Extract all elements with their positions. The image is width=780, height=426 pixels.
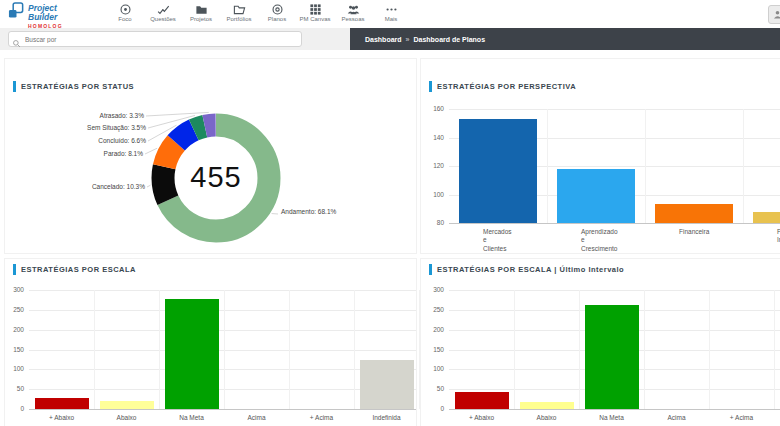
bar-chart-escala-ultimo: 050100150200250300+ AbaixoAbaixoNa MetaA… (421, 259, 780, 426)
y-tick-label: 150 (5, 346, 24, 354)
column-gridline (514, 290, 515, 409)
breadcrumb-current: Dashboard de Planos (413, 36, 485, 43)
nav-item-planos[interactable]: Planos (258, 3, 296, 22)
nav-item-pessoas[interactable]: Pessoas (334, 3, 372, 22)
x-axis-line (449, 223, 780, 224)
folder-open-icon (220, 3, 258, 16)
chart-bar-na-meta[interactable] (165, 299, 219, 409)
y-tick-label: 200 (421, 326, 444, 334)
gridline (29, 350, 416, 351)
x-axis-line (449, 409, 780, 410)
x-category-label: Abaixo (514, 414, 579, 422)
y-tick-label: 100 (5, 365, 24, 373)
page: Project Builder HOMOLOG FocoQuestõesProj… (0, 0, 780, 426)
folder-icon (182, 3, 220, 16)
chart-bar-indefinida[interactable] (360, 360, 414, 409)
search-area (0, 28, 350, 50)
x-category-label: Acima (224, 414, 289, 422)
column-gridline (743, 109, 744, 223)
nav-item-projetos[interactable]: Projetos (182, 3, 220, 22)
panel-accent (429, 264, 432, 275)
column-gridline (774, 290, 775, 409)
column-gridline (94, 290, 95, 409)
nav-item-label: Questões (144, 16, 182, 22)
donut-leader-line (145, 148, 157, 154)
sub-bar: Dashboard » Dashboard de Planos (0, 28, 780, 50)
nav-item-mais[interactable]: Mais (372, 3, 410, 22)
x-category-label: Indefinida (354, 414, 419, 422)
panel-estrategias-por-status: ESTRATÉGIAS POR STATUS Andamento: 68.1%C… (4, 58, 417, 254)
y-tick-label: 250 (5, 306, 24, 314)
breadcrumb-root-link[interactable]: Dashboard (365, 36, 402, 43)
nav-item-label: Projetos (182, 16, 220, 22)
app-logo[interactable]: Project Builder HOMOLOG (8, 2, 63, 29)
y-tick-label: 80 (421, 219, 444, 227)
nav-item-foco[interactable]: Foco (106, 3, 144, 22)
y-tick-label: 160 (421, 105, 444, 113)
donut-leader-line (147, 185, 150, 187)
project-builder-logo-icon (8, 2, 25, 23)
y-tick-label: 120 (421, 162, 444, 170)
logo-text: Project Builder (28, 2, 63, 22)
column-gridline (159, 290, 160, 409)
panel-title: ESTRATÉGIAS POR STATUS (21, 82, 134, 91)
breadcrumb-separator: » (406, 36, 410, 43)
x-category-label: Na Meta (159, 414, 224, 422)
x-axis-line (29, 409, 416, 410)
panel-estrategias-por-perspectiva: ESTRATÉGIAS POR PERSPECTIVA 801001201401… (420, 58, 780, 254)
chart-bar-processos[interactable] (753, 212, 780, 223)
nav-item-questoes[interactable]: Questões (144, 3, 182, 22)
chart-bar-financeira[interactable] (655, 204, 733, 223)
x-category-label: + Abaixo (449, 414, 514, 422)
chart-bar-abaixo[interactable] (100, 401, 154, 409)
panel-estrategias-por-escala-ultimo-intervalo: ESTRATÉGIAS POR ESCALA | Último Interval… (420, 258, 780, 426)
gridline (449, 290, 780, 291)
y-tick-label: 0 (421, 405, 444, 413)
search-input[interactable] (8, 31, 302, 47)
x-category-label: + Acima (709, 414, 774, 422)
chart-bar-mercados[interactable] (459, 119, 537, 223)
chart-bar-abaixo[interactable] (520, 402, 574, 409)
column-gridline (547, 109, 548, 223)
nav-item-label: Pessoas (334, 16, 372, 22)
gridline (29, 310, 416, 311)
panel-accent (429, 81, 432, 92)
chart-bar-+-abaixo[interactable] (455, 392, 509, 409)
gridline (449, 109, 780, 110)
y-tick-label: 50 (5, 385, 24, 393)
grid-icon (296, 3, 334, 16)
nav-item-portfolios[interactable]: Portfólios (220, 3, 258, 22)
x-category-label: Financeira (679, 228, 709, 236)
x-category-label: Na Meta (579, 414, 644, 422)
donut-leader-line (146, 112, 209, 116)
user-avatar-button[interactable] (768, 5, 780, 24)
panel-estrategias-por-escala: ESTRATÉGIAS POR ESCALA 05010015020025030… (4, 258, 417, 426)
panel-title: ESTRATÉGIAS POR ESCALA | Último Interval… (437, 265, 624, 274)
chart-bar-na-meta[interactable] (585, 305, 639, 409)
column-gridline (644, 290, 645, 409)
panel-title: ESTRATÉGIAS POR ESCALA (21, 265, 136, 274)
nav-item-pm-canvas[interactable]: PM Canvas (296, 3, 334, 22)
bar-chart-escala: 050100150200250300+ AbaixoAbaixoNa MetaA… (5, 259, 416, 426)
chart-bar-aprendizado[interactable] (557, 169, 635, 223)
column-gridline (354, 290, 355, 409)
x-category-label: + Abaixo (29, 414, 94, 422)
disc-icon (258, 3, 296, 16)
y-tick-label: 50 (421, 385, 444, 393)
panel-accent (13, 264, 16, 275)
people-icon (334, 3, 372, 16)
x-category-label: Mercados e Clientes (483, 228, 512, 253)
column-gridline (579, 290, 580, 409)
x-category-label: Aprendizado e Crescimento (581, 228, 618, 253)
person-icon (772, 6, 780, 24)
nav-item-label: PM Canvas (296, 16, 334, 22)
target-icon (106, 3, 144, 16)
donut-center-total: 455 (156, 161, 276, 194)
column-gridline (289, 290, 290, 409)
x-category-label: Acima (644, 414, 709, 422)
breadcrumb: Dashboard » Dashboard de Planos (350, 28, 780, 50)
top-bar: Project Builder HOMOLOG FocoQuestõesProj… (0, 0, 780, 28)
column-gridline (645, 109, 646, 223)
y-tick-label: 150 (421, 346, 444, 354)
chart-bar-+-abaixo[interactable] (35, 398, 89, 409)
